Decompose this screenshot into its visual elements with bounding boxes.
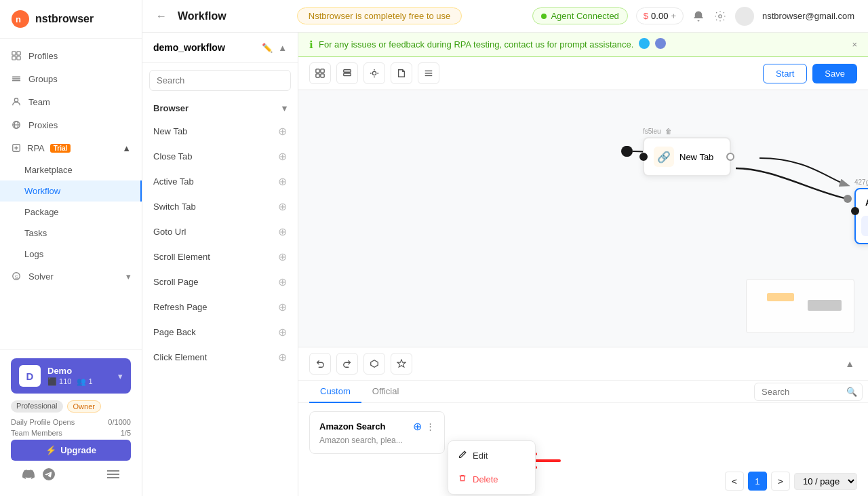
back-button[interactable]: ←: [156, 10, 167, 22]
discord-link-icon[interactable]: [655, 38, 666, 51]
rpa-header[interactable]: RPA Trial ▲: [0, 136, 142, 159]
delete-new-tab-icon[interactable]: 🗑: [665, 128, 672, 135]
new-tab-node-id: fs5leu: [643, 128, 661, 135]
notification-icon[interactable]: [692, 9, 705, 23]
new-tab-node-label: New Tab: [679, 152, 713, 162]
list-item-click-element[interactable]: Click Element ⊕: [142, 345, 298, 370]
sidebar-item-logs[interactable]: Logs: [0, 244, 142, 265]
grid-view-button[interactable]: [309, 62, 331, 84]
search-icon[interactable]: 🔍: [846, 387, 857, 397]
sidebar-item-tasks[interactable]: Tasks: [0, 223, 142, 244]
sidebar-item-package[interactable]: Package: [0, 202, 142, 223]
sidebar-item-marketplace[interactable]: Marketplace: [0, 159, 142, 180]
add-new-tab-icon[interactable]: ⊕: [278, 125, 287, 138]
settings-icon[interactable]: [713, 9, 727, 23]
node-new-tab[interactable]: fs5leu 🗑 🔗 New Tab: [643, 128, 731, 176]
prev-page-button[interactable]: <: [725, 472, 744, 491]
add-click-element-icon[interactable]: ⊕: [278, 351, 287, 364]
add-refresh-page-icon[interactable]: ⊕: [278, 301, 287, 313]
sidebar-item-solver[interactable]: S Solver ▾: [0, 265, 142, 288]
rpa-label: RPA: [27, 143, 45, 153]
3d-view-button[interactable]: [363, 353, 385, 375]
list-item-active-tab[interactable]: Active Tab ⊕: [142, 169, 298, 194]
list-item-page-back[interactable]: Page Back ⊕: [142, 320, 298, 345]
logo-area: n nstbrowser: [0, 0, 142, 39]
add-package-icon[interactable]: ⊕: [413, 420, 422, 433]
start-button[interactable]: Start: [763, 64, 807, 83]
workspace-info: Demo ⬛ 110 👥 1: [47, 366, 111, 386]
tab-custom[interactable]: Custom: [309, 381, 361, 403]
solver-label: Solver: [28, 271, 54, 282]
redo-button[interactable]: [336, 353, 358, 375]
sidebar-item-proxies[interactable]: Proxies: [0, 113, 142, 136]
context-menu-delete[interactable]: Delete: [448, 468, 535, 491]
list-item-goto-url[interactable]: Goto Url ⊕: [142, 219, 298, 244]
undo-button[interactable]: [309, 353, 331, 375]
sidebar-item-groups[interactable]: Groups: [0, 67, 142, 90]
svg-rect-23: [316, 74, 319, 77]
add-page-back-icon[interactable]: ⊕: [278, 326, 287, 339]
list-item-new-tab[interactable]: New Tab ⊕: [142, 119, 298, 144]
search-input[interactable]: [149, 70, 291, 91]
list-button[interactable]: [418, 62, 439, 84]
svg-rect-3: [17, 52, 20, 55]
list-item-refresh-page[interactable]: Refresh Page ⊕: [142, 294, 298, 320]
per-page-select[interactable]: 10 / page 20 / page: [794, 473, 857, 490]
star-button[interactable]: [391, 353, 412, 375]
add-switch-tab-icon[interactable]: ⊕: [278, 200, 287, 213]
settings-button[interactable]: [363, 62, 385, 84]
list-item-switch-tab[interactable]: Switch Tab ⊕: [142, 194, 298, 219]
sidebar-item-workflow[interactable]: Workflow: [0, 180, 142, 202]
proxy-icon: [11, 119, 22, 130]
professional-tag: Professional: [11, 400, 63, 413]
add-active-tab-icon[interactable]: ⊕: [278, 175, 287, 188]
info-icon: ℹ: [309, 39, 313, 51]
list-item-scroll-page[interactable]: Scroll Page ⊕: [142, 269, 298, 294]
add-scroll-element-icon[interactable]: ⊕: [278, 250, 287, 263]
sidebar-item-profiles[interactable]: Profiles: [0, 44, 142, 67]
node-amazon-search[interactable]: 427gbq8 🗑 Amazon Search ↻ ◆ Block(4): [854, 178, 868, 244]
add-close-tab-icon[interactable]: ⊕: [278, 150, 287, 163]
price-badge[interactable]: $ 0.00 +: [636, 7, 684, 24]
workspace-members: 👥 1: [77, 377, 92, 386]
add-scroll-page-icon[interactable]: ⊕: [278, 275, 287, 288]
browser-section-header: Browser ▾: [142, 98, 298, 119]
sidebar-item-team[interactable]: Team: [0, 90, 142, 113]
save-button[interactable]: Save: [812, 64, 857, 83]
edit-workflow-icon[interactable]: ✏️: [262, 43, 273, 53]
upgrade-button[interactable]: ⚡ Upgrade: [11, 440, 131, 461]
tab-official[interactable]: Official: [361, 381, 410, 403]
svg-text:S: S: [14, 274, 18, 280]
workspace-card[interactable]: D Demo ⬛ 110 👥 1 ▾: [11, 358, 131, 394]
discord-icon[interactable]: [22, 468, 35, 481]
topbar-center: Nstbrowser is completely free to use: [237, 7, 522, 24]
collapse-section-icon[interactable]: ▾: [282, 103, 287, 113]
list-item-close-tab[interactable]: Close Tab ⊕: [142, 144, 298, 169]
page-1-button[interactable]: 1: [748, 472, 767, 491]
file-button[interactable]: [391, 62, 412, 84]
solver-icon: S: [11, 271, 22, 282]
menu-icon[interactable]: [106, 468, 120, 481]
add-goto-url-icon[interactable]: ⊕: [278, 225, 287, 238]
layers-button[interactable]: [336, 62, 358, 84]
bottom-toolbar: ▲: [298, 347, 868, 381]
package-card-desc: Amazon search, plea...: [319, 436, 435, 445]
workflow-canvas[interactable]: fs5leu 🗑 🔗 New Tab: [298, 90, 868, 347]
logo-icon: n: [11, 9, 30, 28]
workspace-avatar: D: [19, 365, 41, 387]
list-item-scroll-element[interactable]: Scroll Element ⊕: [142, 244, 298, 269]
collapse-workflow-icon[interactable]: ▲: [278, 43, 287, 53]
canvas-toolbar: Start Save: [298, 57, 868, 90]
solver-chevron-icon: ▾: [126, 271, 131, 282]
info-close-button[interactable]: ×: [852, 39, 857, 50]
telegram-icon[interactable]: [42, 468, 56, 481]
amazon-left-connector: [851, 207, 859, 215]
more-options-icon[interactable]: ⋮: [426, 421, 435, 432]
canvas-container: ℹ For any issues or feedback during RPA …: [298, 33, 868, 496]
avatar: [735, 7, 754, 26]
telegram-link-icon[interactable]: [639, 38, 650, 51]
svg-rect-25: [344, 70, 351, 73]
next-page-button[interactable]: >: [771, 472, 790, 491]
context-menu-edit[interactable]: Edit: [448, 444, 535, 468]
collapse-panel-button[interactable]: ▲: [842, 358, 857, 369]
